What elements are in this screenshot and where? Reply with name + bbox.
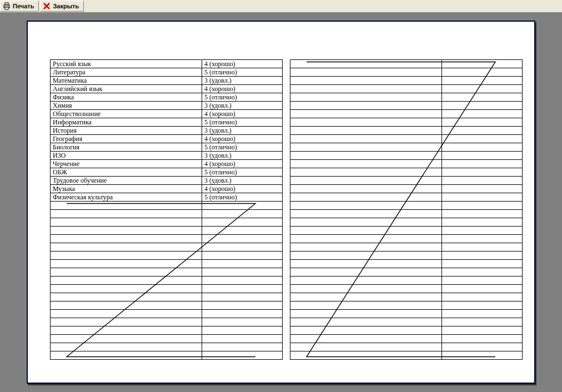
table-row: Химия3 (удовл.) [51,102,283,110]
subject-cell [290,252,442,260]
grade-cell [442,310,523,318]
subject-cell: Биология [51,143,202,152]
report-leaf-left: Русский язык4 (хорошо)Литература5 (отлич… [50,59,272,360]
table-row [290,343,523,351]
report-leaf-right [290,59,512,360]
table-row [51,260,283,268]
subject-cell [290,351,442,360]
table-row [290,60,523,68]
grade-cell [202,293,283,301]
table-row: ИЗО3 (удовл.) [51,152,283,160]
table-row [51,202,283,210]
grade-cell [202,260,283,268]
print-button[interactable]: Печать [0,1,39,12]
grade-cell [202,202,283,210]
table-row [290,68,523,77]
grade-cell [442,252,523,260]
subject-cell: Русский язык [51,60,202,68]
subject-cell [51,343,202,351]
subject-cell [290,160,442,168]
grade-cell: 5 (отлично) [202,168,283,177]
subject-cell [290,68,442,77]
grade-cell [202,210,283,218]
grade-cell [202,318,283,326]
grade-cell: 3 (удовл.) [202,102,283,110]
table-row [51,252,283,260]
table-row [290,218,523,227]
grade-cell [442,227,523,235]
table-row [290,110,523,118]
subject-cell [51,285,202,293]
grade-cell: 4 (хорошо) [202,85,283,93]
table-row [290,202,523,210]
grade-cell: 3 (удовл.) [202,177,283,185]
grades-table [290,59,523,360]
table-row [290,301,523,310]
table-row [290,318,523,326]
preview-area: Русский язык4 (хорошо)Литература5 (отлич… [0,13,562,392]
subject-cell [290,168,442,177]
table-row [51,227,283,235]
table-row: Физика5 (отлично) [51,93,283,102]
table-row [51,318,283,326]
grade-cell [202,235,283,243]
grade-cell [202,277,283,285]
grade-cell [202,326,283,335]
table-row: Литература5 (отлично) [51,68,283,77]
table-row [290,185,523,193]
grade-cell: 4 (хорошо) [202,60,283,68]
grade-cell [442,243,523,252]
subject-cell [290,185,442,193]
table-row [290,177,523,185]
table-row [290,351,523,360]
table-row: Музыка4 (хорошо) [51,185,283,193]
grade-cell [442,210,523,218]
subject-cell [51,293,202,301]
subject-cell [51,351,202,360]
subject-cell [290,93,442,102]
grade-cell: 5 (отлично) [202,118,283,127]
table-row: Физическая культура5 (отлично) [51,193,283,202]
grade-cell [202,227,283,235]
table-row: Русский язык4 (хорошо) [51,60,283,68]
table-row [51,210,283,218]
table-row [290,227,523,235]
grade-cell: 3 (удовл.) [202,77,283,85]
grade-cell [202,310,283,318]
subject-cell: Обществознание [51,110,202,118]
subject-cell [290,202,442,210]
subject-cell: ИЗО [51,152,202,160]
grade-cell [442,343,523,351]
table-row [290,210,523,218]
toolbar: Печать Закрыть [0,0,562,13]
subject-cell [290,260,442,268]
table-row [51,277,283,285]
table-row [51,343,283,351]
subject-cell [51,301,202,310]
grade-cell [442,110,523,118]
grades-table: Русский язык4 (хорошо)Литература5 (отлич… [50,59,283,360]
subject-cell [290,135,442,143]
grade-cell [442,60,523,68]
table-row [290,268,523,277]
table-row [290,143,523,152]
subject-cell [290,227,442,235]
subject-cell [290,77,442,85]
table-row [290,335,523,343]
grade-cell [442,335,523,343]
subject-cell [51,268,202,277]
close-button[interactable]: Закрыть [40,1,84,12]
subject-cell [290,285,442,293]
grade-cell [442,268,523,277]
table-row: История3 (удовл.) [51,127,283,135]
subject-cell [290,102,442,110]
grade-cell: 5 (отлично) [202,93,283,102]
preview-page: Русский язык4 (хорошо)Литература5 (отлич… [27,21,535,384]
grade-cell [442,85,523,93]
table-row [290,93,523,102]
table-row [290,235,523,243]
table-row [51,326,283,335]
subject-cell: Физическая культура [51,193,202,202]
table-row [290,118,523,127]
table-row [290,252,523,260]
